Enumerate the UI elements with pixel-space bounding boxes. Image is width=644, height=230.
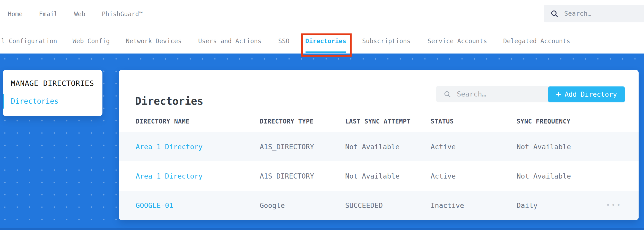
col-header-last-sync-attempt: LAST SYNC ATTEMPT	[345, 118, 431, 125]
status-cell: Active	[431, 143, 517, 151]
global-search-input[interactable]	[564, 10, 644, 17]
directory-type-cell: A1S_DIRECTORY	[260, 172, 345, 180]
add-directory-button-label: Add Directory	[564, 91, 617, 98]
top-nav-links: Home Email Web PhishGuard™	[8, 0, 143, 28]
manage-directories-card: MANAGE DIRECTORIES Directories	[3, 70, 102, 116]
table-body: Area 1 Directory A1S_DIRECTORY Not Avail…	[119, 132, 639, 220]
nav-item-email[interactable]: Email	[39, 11, 58, 18]
sync-frequency-cell: Daily	[517, 201, 606, 209]
tab-subscriptions[interactable]: Subscriptions	[362, 29, 411, 54]
tab-email-configuration[interactable]: l Configuration	[1, 29, 57, 54]
col-header-status: STATUS	[431, 118, 517, 125]
directories-search-box[interactable]	[436, 86, 551, 102]
directories-search-input[interactable]	[456, 90, 551, 98]
tab-users-and-actions[interactable]: Users and Actions	[198, 29, 262, 54]
tab-network-devices[interactable]: Network Devices	[126, 29, 182, 54]
sync-frequency-cell: Not Available	[517, 172, 606, 180]
tab-service-accounts[interactable]: Service Accounts	[428, 29, 487, 54]
table-row: Area 1 Directory A1S_DIRECTORY Not Avail…	[119, 161, 639, 191]
add-directory-button[interactable]: + Add Directory	[548, 86, 625, 102]
table-row: Area 1 Directory A1S_DIRECTORY Not Avail…	[119, 132, 639, 161]
directories-panel: Directories + Add Directory DIRECTORY NA…	[119, 70, 639, 220]
status-cell: Inactive	[431, 201, 517, 209]
nav-item-phishguard[interactable]: PhishGuard™	[102, 11, 143, 18]
last-sync-cell: Not Available	[345, 143, 431, 151]
directory-name-link[interactable]: Area 1 Directory	[136, 143, 260, 151]
directory-type-cell: A1S_DIRECTORY	[260, 143, 345, 151]
col-header-directory-name: DIRECTORY NAME	[136, 118, 260, 125]
col-header-sync-frequency: SYNC FREQUENCY	[517, 118, 606, 125]
tab-web-config[interactable]: Web Config	[73, 29, 110, 54]
plus-icon: +	[556, 90, 561, 98]
tab-sso[interactable]: SSO	[278, 29, 289, 54]
directory-name-link[interactable]: GOOGLE-01	[136, 201, 260, 209]
table-row: GOOGLE-01 Google SUCCEEDED Inactive Dail…	[119, 191, 639, 220]
sidebar-item-directories[interactable]: Directories	[11, 97, 58, 105]
section-tab-bar: l Configuration Web Config Network Devic…	[0, 29, 644, 54]
page-title: Directories	[135, 95, 203, 107]
status-cell: Active	[431, 172, 517, 180]
search-icon	[550, 10, 559, 18]
directory-name-link[interactable]: Area 1 Directory	[136, 172, 260, 180]
active-item-indicator	[3, 94, 4, 109]
bottom-edge-strip	[0, 228, 644, 230]
last-sync-cell: Not Available	[345, 172, 431, 180]
sync-frequency-cell: Not Available	[517, 143, 606, 151]
app-window: Home Email Web PhishGuard™ l Configurati…	[0, 0, 644, 230]
col-header-directory-type: DIRECTORY TYPE	[260, 118, 345, 125]
nav-item-home[interactable]: Home	[8, 11, 23, 18]
global-search-box[interactable]	[544, 5, 644, 22]
sidebar-card-title: MANAGE DIRECTORIES	[11, 79, 94, 88]
nav-item-web[interactable]: Web	[74, 11, 85, 18]
table-header-row: DIRECTORY NAME DIRECTORY TYPE LAST SYNC …	[119, 118, 639, 125]
search-icon	[443, 90, 451, 98]
tab-directories[interactable]: Directories	[305, 29, 346, 54]
row-actions-ellipsis-icon[interactable]: •••	[606, 202, 634, 208]
directory-type-cell: Google	[260, 201, 345, 209]
top-nav-bar: Home Email Web PhishGuard™	[0, 0, 644, 29]
tab-delegated-accounts[interactable]: Delegated Accounts	[503, 29, 570, 54]
active-tab-underline	[306, 51, 346, 53]
last-sync-cell: SUCCEEDED	[345, 201, 431, 209]
